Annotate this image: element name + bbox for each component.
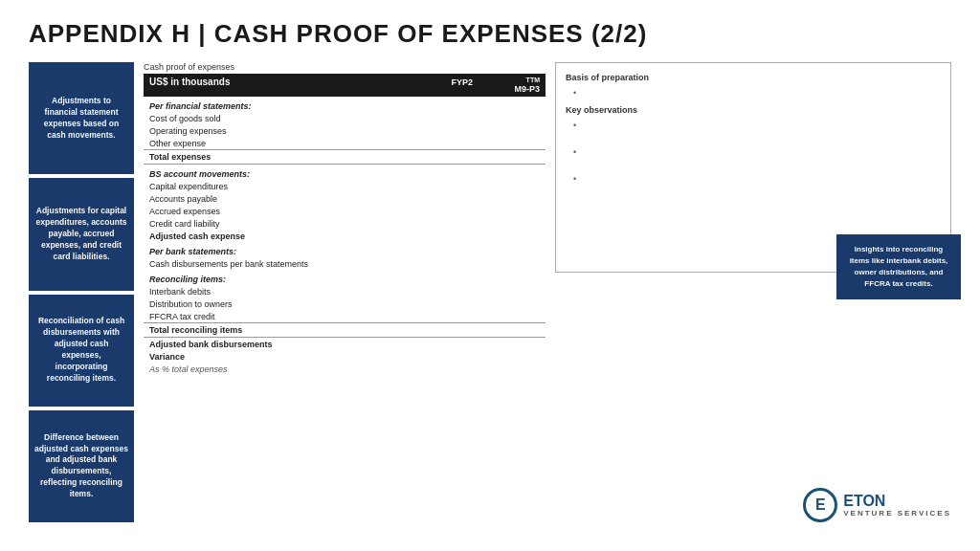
key-obs-title: Key observations: [566, 105, 941, 115]
row-adjusted-bank: Adjusted bank disbursements: [144, 338, 546, 350]
row-total-reconciling: Total reconciling items: [144, 322, 546, 338]
section-bank: Per bank statements:: [144, 245, 546, 257]
row-ffcra: FFCRA tax credit: [144, 310, 546, 322]
table-header: US$ in thousands FYP2 TTM M9-P3: [144, 74, 546, 97]
row-capex: Capital expenditures: [144, 180, 546, 192]
row-credit-card: Credit card liability: [144, 217, 546, 230]
row-ffcra-label: FFCRA tax credit: [149, 312, 540, 321]
row-adjusted-cash: Adjusted cash expense: [144, 230, 546, 242]
logo-area: E ETON VENTURE SERVICES: [803, 488, 951, 522]
left-sidebar: Adjustments to financial statement expen…: [29, 62, 134, 522]
section-bs-label: BS account movements:: [149, 169, 540, 179]
logo-name: ETON: [843, 494, 951, 509]
section-financial-label: Per financial statements:: [149, 101, 540, 111]
row-interbank: Interbank debits: [144, 285, 546, 298]
key-obs-bullet-3: •: [573, 174, 941, 184]
center-table: Cash proof of expenses US$ in thousands …: [144, 62, 546, 522]
header-col1-group: FYP2: [434, 77, 473, 94]
header-columns: FYP2 TTM M9-P3: [434, 77, 540, 94]
main-content: Adjustments to financial statement expen…: [29, 62, 951, 522]
key-obs-bullet-2: •: [573, 147, 941, 157]
page: APPENDIX H | CASH PROOF OF EXPENSES (2/2…: [0, 0, 980, 551]
row-cogs-label: Cost of goods sold: [149, 114, 540, 123]
logo-circle: E: [803, 488, 837, 522]
row-other-expense-label: Other expense: [149, 139, 540, 148]
row-pct: As % total expenses: [144, 363, 546, 375]
row-total-expenses-label: Total expenses: [149, 152, 540, 162]
sidebar-block-4: Difference between adjusted cash expense…: [29, 410, 134, 522]
logo-sub: VENTURE SERVICES: [843, 509, 951, 518]
row-accrued-label: Accrued expenses: [149, 207, 540, 216]
sidebar-block-3: Reconciliation of cash disbursements wit…: [29, 295, 134, 407]
row-total-reconciling-label: Total reconciling items: [149, 325, 540, 335]
row-cogs: Cost of goods sold: [144, 112, 546, 124]
basis-title: Basis of preparation: [566, 73, 941, 82]
row-total-expenses: Total expenses: [144, 149, 546, 165]
right-panel: Basis of preparation • Key observations …: [555, 62, 951, 522]
section-reconciling: Reconciling items:: [144, 273, 546, 285]
row-other-expense: Other expense: [144, 137, 546, 149]
row-cash-disbursements: Cash disbursements per bank statements: [144, 257, 546, 270]
row-opex-label: Operating expenses: [149, 126, 540, 136]
row-adjusted-bank-label: Adjusted bank disbursements: [149, 340, 540, 349]
logo-text: ETON VENTURE SERVICES: [843, 494, 951, 518]
row-accounts-payable: Accounts payable: [144, 192, 546, 205]
insights-box: Insights into reconciling items like int…: [836, 234, 961, 299]
page-title: APPENDIX H | CASH PROOF OF EXPENSES (2/2…: [29, 19, 951, 49]
sidebar-block-1: Adjustments to financial statement expen…: [29, 62, 134, 174]
row-adjusted-cash-label: Adjusted cash expense: [149, 231, 540, 241]
sidebar-block-2: Adjustments for capital expenditures, ac…: [29, 178, 134, 290]
section-bs: BS account movements:: [144, 167, 546, 180]
row-credit-card-label: Credit card liability: [149, 219, 540, 229]
row-opex: Operating expenses: [144, 124, 546, 137]
section-financial: Per financial statements:: [144, 99, 546, 112]
header-row-label: US$ in thousands: [149, 77, 230, 94]
row-accrued: Accrued expenses: [144, 205, 546, 217]
section-reconciling-label: Reconciling items:: [149, 275, 540, 284]
key-obs-bullet-1: •: [573, 121, 941, 130]
row-interbank-label: Interbank debits: [149, 287, 540, 297]
row-accounts-payable-label: Accounts payable: [149, 194, 540, 204]
header-col2: M9-P3: [501, 84, 540, 94]
table-label: Cash proof of expenses: [144, 62, 546, 72]
row-capex-label: Capital expenditures: [149, 182, 540, 191]
row-distribution-label: Distribution to owners: [149, 299, 540, 309]
row-pct-label: As % total expenses: [149, 364, 540, 374]
row-variance: Variance: [144, 350, 546, 363]
row-variance-label: Variance: [149, 352, 540, 362]
section-bank-label: Per bank statements:: [149, 247, 540, 256]
row-distribution: Distribution to owners: [144, 298, 546, 310]
header-col1: FYP2: [434, 77, 473, 87]
ttm-label: TTM: [501, 77, 540, 83]
header-col2-group: TTM M9-P3: [501, 77, 540, 94]
row-cash-disbursements-label: Cash disbursements per bank statements: [149, 259, 540, 269]
basis-bullet: •: [573, 88, 941, 98]
logo-letter: E: [815, 496, 826, 514]
